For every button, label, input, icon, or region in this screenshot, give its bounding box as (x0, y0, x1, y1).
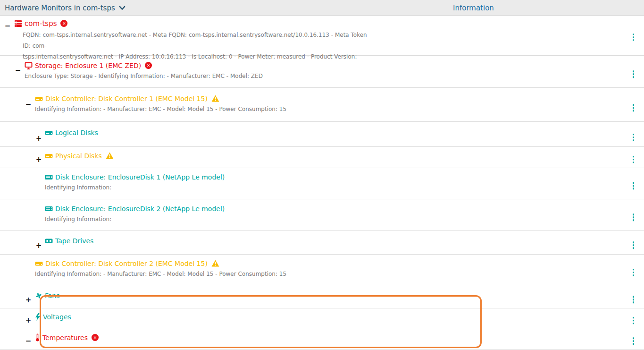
kebab-menu[interactable] (631, 294, 636, 305)
collapse-toggle[interactable]: + (25, 316, 32, 325)
chevron-down-icon (119, 6, 125, 10)
kebab-menu[interactable] (631, 267, 636, 278)
collapse-toggle[interactable]: − (14, 66, 22, 75)
tree-row-fans: + Fans (0, 291, 644, 308)
information-column-header: Information (453, 4, 494, 12)
tree-node-label[interactable]: com-tsps (25, 19, 57, 28)
tree-row-disk-controller-1: − Disk Controller: Disk Controller 1 (EM… (0, 94, 644, 122)
tree-node-label[interactable]: Voltages (43, 313, 71, 321)
tree-row-disk-controller-2: Disk Controller: Disk Controller 2 (EMC … (0, 259, 644, 286)
tree-row-voltages: + Voltages (0, 312, 644, 329)
fan-icon (35, 292, 42, 299)
tree-row-disk-enclosure-2: Disk Enclosure: EnclosureDisk 2 (NetApp … (0, 204, 644, 231)
tree-node-label[interactable]: Disk Enclosure: EnclosureDisk 1 (NetApp … (55, 173, 225, 181)
tree-node-label[interactable]: Temperatures (42, 334, 88, 341)
collapse-toggle[interactable]: + (25, 296, 32, 305)
tree-row-tape-drives: + Tape Drives (0, 236, 644, 255)
collapse-toggle[interactable]: − (25, 337, 32, 346)
kebab-menu[interactable] (631, 336, 636, 346)
disk-controller-icon (35, 95, 43, 102)
tree-node-label[interactable]: Tape Drives (55, 237, 93, 245)
disk-icon (45, 152, 53, 160)
kebab-menu[interactable] (631, 154, 636, 165)
collapse-toggle[interactable]: + (35, 134, 42, 143)
tree-row-logical-disks: + Logical Disks (0, 128, 644, 147)
kebab-menu[interactable] (631, 240, 636, 250)
thermometer-icon (35, 333, 40, 341)
tree-node-label[interactable]: Storage: Enclosure 1 (EMC ZED) (35, 62, 141, 69)
tree-node-label[interactable]: Disk Enclosure: EnclosureDisk 2 (NetApp … (55, 205, 225, 213)
error-badge-icon: ✕ (92, 334, 99, 341)
kebab-menu[interactable] (631, 316, 636, 326)
kebab-menu[interactable] (631, 32, 636, 43)
warning-icon (211, 260, 219, 267)
node-details: Identifying Information: - Manufacturer:… (0, 270, 644, 278)
disk-controller-icon (35, 260, 43, 267)
tree-row-com-tsps: − com-tsps ✕ FQDN: com-tsps.internal.sen… (0, 19, 644, 56)
error-badge-icon: ✕ (60, 20, 67, 27)
tree-row-physical-disks: + Physical Disks (0, 151, 644, 168)
voltage-icon (35, 313, 41, 321)
collapse-toggle[interactable]: − (25, 100, 32, 109)
tree-row-disk-enclosure-1: Disk Enclosure: EnclosureDisk 1 (NetApp … (0, 172, 644, 199)
collapse-toggle[interactable]: − (4, 22, 11, 31)
node-details: Identifying Information: - Manufacturer:… (0, 105, 644, 113)
error-badge-icon: ✕ (145, 62, 152, 69)
tree-node-label[interactable]: Logical Disks (55, 129, 98, 137)
tree-node-label[interactable]: Physical Disks (55, 152, 102, 160)
collapse-toggle[interactable]: + (35, 155, 42, 164)
warning-icon (106, 152, 114, 159)
hardware-monitors-page: Hardware Monitors in com-tsps Informatio… (0, 0, 644, 350)
header-bar: Hardware Monitors in com-tsps Informatio… (0, 0, 644, 16)
server-icon (14, 20, 22, 27)
tree-node-label[interactable]: Disk Controller: Disk Controller 1 (EMC … (45, 95, 208, 102)
disk-icon (45, 129, 53, 137)
kebab-menu[interactable] (631, 180, 636, 191)
tree-node-label[interactable]: Fans (45, 292, 60, 299)
kebab-menu[interactable] (631, 212, 636, 222)
page-title: Hardware Monitors in com-tsps (5, 4, 115, 12)
warning-icon (211, 95, 219, 102)
tree-node-label[interactable]: Disk Controller: Disk Controller 2 (EMC … (45, 260, 208, 267)
node-details: Identifying Information: (0, 215, 644, 223)
kebab-menu[interactable] (631, 132, 636, 143)
tree-row-storage-enclosure: − Storage: Enclosure 1 (EMC ZED) ✕ Enclo… (0, 61, 644, 88)
kebab-menu[interactable] (631, 102, 636, 113)
monitor-icon (25, 62, 33, 69)
kebab-menu[interactable] (631, 69, 636, 79)
tape-drive-icon (45, 237, 53, 245)
disk-enclosure-icon (45, 173, 53, 181)
node-details: Identifying Information: (0, 184, 644, 191)
node-details: Enclosure Type: Storage - Identifying In… (0, 72, 644, 80)
tree-row-temperatures: − Temperatures ✕ (0, 333, 644, 350)
disk-enclosure-icon (45, 205, 53, 213)
page-title-dropdown[interactable]: Hardware Monitors in com-tsps (5, 4, 125, 12)
collapse-toggle[interactable]: + (35, 241, 42, 250)
